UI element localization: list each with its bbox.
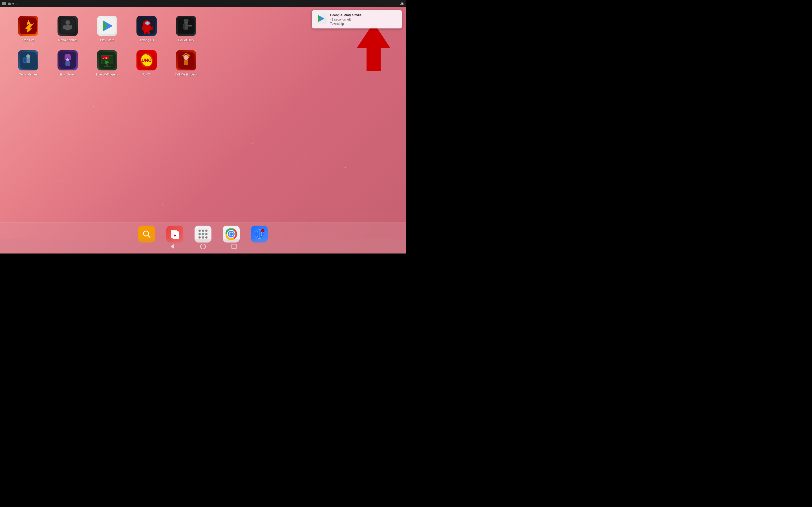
svg-rect-43 — [104, 66, 110, 67]
taskbar: ♠ — [0, 223, 406, 253]
status-time: 28 — [400, 2, 404, 5]
notification-app-icon — [316, 13, 327, 24]
amongus-label: Among Us — [139, 38, 154, 42]
livewallpapers-label: Live Wallpapers — [96, 73, 118, 76]
svg-point-53 — [188, 55, 190, 57]
swipe-up-indicator: ∧ — [201, 2, 205, 220]
livewallpapers-icon: LIVE — [97, 50, 117, 70]
app-icon-livewallpapers[interactable]: LIVE Live Wallpapers — [96, 50, 118, 76]
svg-rect-54 — [184, 60, 188, 65]
nav-home-button[interactable] — [199, 242, 207, 251]
svg-point-14 — [145, 21, 150, 25]
mortalkombat-label: MortalKombat — [58, 38, 77, 42]
svg-rect-76 — [232, 244, 236, 249]
uno-icon: UNO — [137, 50, 157, 70]
svg-rect-7 — [65, 25, 70, 31]
svg-point-34 — [66, 57, 67, 59]
svg-text:♠: ♠ — [174, 233, 176, 238]
dot-2 — [202, 230, 204, 232]
mortalkombat-icon — [57, 16, 78, 36]
playstore-icon — [97, 16, 117, 36]
app-icon-callofduty[interactable]: Call of Duty — [175, 16, 197, 42]
epicseven-label: Epic Seven — [60, 73, 75, 76]
svg-point-35 — [68, 57, 70, 59]
red-arrow-indicator — [357, 23, 391, 72]
svg-text:UNO: UNO — [142, 58, 152, 63]
dot-5 — [202, 233, 204, 235]
signal-icon — [2, 2, 6, 5]
dot-3 — [205, 230, 207, 232]
svg-point-50 — [184, 55, 189, 60]
dot-6 — [205, 233, 207, 235]
freefire-icon — [18, 16, 38, 36]
app-icon-amongus[interactable]: Among Us — [135, 16, 158, 42]
app-icon-freefire[interactable]: Free Fire — [17, 16, 40, 42]
svg-point-6 — [65, 20, 70, 25]
epicseven-icon — [57, 50, 78, 70]
dot-1 — [199, 230, 201, 232]
svg-text:!: ! — [262, 230, 263, 232]
svg-point-25 — [26, 54, 30, 58]
app-icon-celticheroes[interactable]: Celtic Heroes — [17, 50, 40, 76]
celticheroes-label: Celtic Heroes — [19, 73, 38, 76]
dot-9 — [205, 236, 207, 238]
uno-label: UNO — [143, 73, 150, 76]
svg-rect-22 — [188, 25, 192, 26]
svg-text:LIVE: LIVE — [103, 57, 107, 59]
svg-marker-74 — [170, 244, 174, 249]
svg-marker-0 — [357, 23, 391, 71]
desktop-background: Google Play Store 42 seconds left Townsh… — [0, 7, 406, 253]
svg-rect-9 — [70, 25, 72, 29]
navigation-bar — [0, 239, 406, 253]
svg-rect-17 — [147, 32, 150, 34]
svg-point-75 — [200, 244, 206, 249]
svg-point-66 — [230, 232, 233, 236]
nav-recent-button[interactable] — [230, 242, 238, 251]
svg-point-52 — [183, 55, 184, 57]
app-icon-callmeemperor[interactable]: Call Me Emperor — [175, 50, 197, 76]
notification-subtitle: 42 seconds left — [330, 18, 398, 21]
notification-panel[interactable]: Google Play Store 42 seconds left Townsh… — [312, 10, 402, 29]
celticheroes-icon — [18, 50, 38, 70]
playstore-label: Play Store — [100, 38, 114, 42]
notification-body: Township — [330, 22, 398, 25]
callofduty-icon — [176, 16, 196, 36]
svg-point-28 — [23, 58, 26, 62]
notification-content: Google Play Store 42 seconds left Townsh… — [330, 13, 398, 25]
dot-7 — [199, 236, 201, 238]
status-bar-left: A — [2, 2, 17, 5]
callmeemperor-label: Call Me Emperor — [174, 73, 198, 76]
nav-back-button[interactable] — [168, 242, 176, 251]
svg-rect-36 — [65, 61, 70, 66]
app-icon-mortalkombat[interactable]: MortalKombat — [56, 16, 79, 42]
callmeemperor-icon — [176, 50, 196, 70]
svg-point-20 — [184, 19, 189, 22]
callofduty-label: Call of Duty — [178, 38, 194, 42]
svg-rect-16 — [144, 32, 146, 34]
amongus-icon — [137, 16, 157, 36]
dot-8 — [202, 236, 204, 238]
apps-dots-grid — [199, 230, 207, 238]
dot-4 — [199, 233, 201, 235]
app-icon-playstore[interactable]: Play Store — [96, 16, 118, 42]
app-icon-uno[interactable]: UNO UNO — [135, 50, 158, 76]
svg-line-56 — [148, 235, 150, 237]
freefire-label: Free Fire — [22, 38, 35, 42]
wifi-icon — [8, 3, 11, 5]
svg-rect-15 — [151, 26, 153, 30]
svg-rect-8 — [63, 25, 65, 29]
notification-title: Google Play Store — [330, 13, 398, 17]
app-icon-epicseven[interactable]: Epic Seven — [56, 50, 79, 76]
status-text: A — [16, 2, 17, 5]
status-bar: A 28 — [0, 0, 406, 7]
battery-icon — [12, 3, 14, 4]
svg-rect-23 — [183, 24, 185, 29]
